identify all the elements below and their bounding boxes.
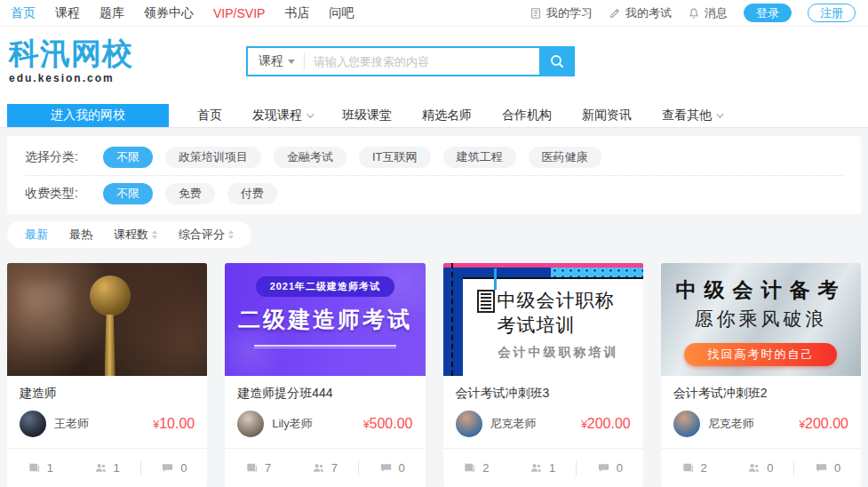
sort-course-count[interactable]: 课程数 <box>114 227 157 243</box>
banner-tag: 2021年二级建造师考试 <box>256 276 394 297</box>
register-button[interactable]: 注册 <box>808 4 856 22</box>
book-icon <box>28 461 41 475</box>
nav-item-news[interactable]: 新闻资讯 <box>582 108 632 124</box>
document-icon <box>530 7 542 20</box>
student-count: 1 <box>509 461 576 475</box>
comment-icon <box>815 461 828 475</box>
banner-slogan-pill: 找回高考时的自己 <box>684 343 837 366</box>
course-title[interactable]: 建造师提分班444 <box>225 376 425 405</box>
course-cover-accounting-prep[interactable]: 中级会计备考 愿你乘风破浪 找回高考时的自己 <box>661 263 861 376</box>
teacher-avatar[interactable] <box>237 411 264 437</box>
lesson-count: 7 <box>225 461 291 475</box>
category-option-unlimited[interactable]: 不限 <box>103 147 153 168</box>
category-option-medical-health[interactable]: 医药健康 <box>529 147 601 168</box>
topbar-link-vip[interactable]: VIP/SVIP <box>213 6 265 20</box>
category-option-construction[interactable]: 建筑工程 <box>443 147 516 168</box>
course-card[interactable]: 中级会计备考 愿你乘风破浪 找回高考时的自己 会计考试冲刺班2 尼克老师 ¥20… <box>661 263 861 487</box>
topbar-link-bookstore[interactable]: 书店 <box>284 5 309 21</box>
my-exam-label: 我的考试 <box>625 5 672 21</box>
nav-item-home[interactable]: 首页 <box>197 108 222 124</box>
book-icon <box>245 461 259 475</box>
login-button[interactable]: 登录 <box>744 4 792 22</box>
teacher-name[interactable]: Lily老师 <box>272 416 363 432</box>
search-button[interactable] <box>539 46 575 76</box>
banner-title: 中级会计备考 <box>661 276 861 304</box>
search-category-dropdown[interactable]: 课程 <box>248 53 304 69</box>
sort-hottest[interactable]: 最热 <box>69 227 92 243</box>
message-link[interactable]: 消息 <box>688 5 728 21</box>
topbar-link-question-bank[interactable]: 题库 <box>100 5 124 21</box>
fee-option-unlimited[interactable]: 不限 <box>103 183 153 204</box>
message-label: 消息 <box>705 5 728 21</box>
course-cover-builder-exam[interactable]: 2021年二级建造师考试 二级建造师考试 <box>225 263 425 376</box>
book-icon <box>681 461 695 475</box>
search-bar: 课程 <box>246 46 575 76</box>
student-count: 0 <box>728 461 794 475</box>
fee-option-free[interactable]: 免费 <box>165 183 215 204</box>
search-input[interactable] <box>305 55 539 68</box>
my-study-label: 我的学习 <box>546 5 593 21</box>
filter-row-category: 选择分类: 不限 政策培训项目 金融考试 IT互联网 建筑工程 医药健康 <box>25 140 843 175</box>
teacher-avatar[interactable] <box>20 411 46 437</box>
category-option-policy-training[interactable]: 政策培训项目 <box>165 147 261 168</box>
topbar-user-area: 我的学习 我的考试 消息 登录 注册 <box>530 4 856 22</box>
teacher-row: 尼克老师 ¥200.00 <box>443 405 643 448</box>
banner-title: 中级会计职称 考试培训 <box>498 288 615 339</box>
course-cover-accounting-title[interactable]: 中级会计职称 考试培训 会计中级职称培训 <box>443 263 643 376</box>
fee-option-paid[interactable]: 付费 <box>227 183 277 204</box>
sort-newest[interactable]: 最新 <box>25 227 48 243</box>
nav-item-partners[interactable]: 合作机构 <box>502 108 552 124</box>
topbar-link-courses[interactable]: 课程 <box>55 5 80 21</box>
banner-subtitle: 会计中级职称培训 <box>498 345 643 361</box>
course-title[interactable]: 会计考试冲刺班3 <box>443 376 643 405</box>
course-price: ¥200.00 <box>799 416 848 432</box>
banner-subtitle: 愿你乘风破浪 <box>661 307 861 331</box>
comment-icon <box>161 461 174 475</box>
nav-item-view-more[interactable]: 查看其他 <box>662 108 721 124</box>
fee-filter-label: 收费类型: <box>25 186 103 202</box>
course-cover-microphone-photo[interactable] <box>7 263 207 376</box>
category-option-it-internet[interactable]: IT互联网 <box>359 147 431 168</box>
sort-arrows-icon <box>152 230 157 239</box>
site-header: 科汛网校 edu.kesion.com 课程 <box>0 27 868 104</box>
bell-icon <box>688 7 700 20</box>
microphone-graphic <box>90 275 131 316</box>
teacher-name[interactable]: 王老师 <box>54 416 154 432</box>
topbar-link-qa[interactable]: 问吧 <box>329 5 354 21</box>
my-exam-link[interactable]: 我的考试 <box>609 5 672 21</box>
sort-bar: 最新 最热 课程数 综合评分 <box>7 221 251 248</box>
comment-count: 0 <box>577 461 643 475</box>
users-icon <box>312 461 325 475</box>
teacher-name[interactable]: 尼克老师 <box>490 416 582 432</box>
users-icon <box>94 461 108 475</box>
chevron-down-icon <box>716 110 723 117</box>
category-option-finance-exam[interactable]: 金融考试 <box>274 147 346 168</box>
teacher-avatar[interactable] <box>673 411 700 437</box>
nav-item-class-room[interactable]: 班级课堂 <box>342 108 392 124</box>
teacher-avatar[interactable] <box>456 411 482 437</box>
site-logo[interactable]: 科汛网校 edu.kesion.com <box>9 37 133 84</box>
teacher-row: 王老师 ¥10.00 <box>7 405 207 448</box>
course-card[interactable]: 建造师 王老师 ¥10.00 1 1 0 <box>7 263 207 487</box>
course-title[interactable]: 建造师 <box>7 376 207 405</box>
course-title[interactable]: 会计考试冲刺班2 <box>661 376 861 405</box>
sort-arrows-icon <box>228 230 234 239</box>
topbar-link-home[interactable]: 首页 <box>11 5 36 21</box>
lesson-count: 2 <box>661 461 728 475</box>
comment-icon <box>379 461 393 475</box>
nav-item-discover-courses[interactable]: 发现课程 <box>252 108 312 124</box>
lesson-count: 1 <box>7 461 74 475</box>
course-card[interactable]: 中级会计职称 考试培训 会计中级职称培训 会计考试冲刺班3 尼克老师 ¥200.… <box>443 263 643 487</box>
teacher-row: Lily老师 ¥500.00 <box>225 405 425 448</box>
enter-my-school-button[interactable]: 进入我的网校 <box>7 104 169 127</box>
course-card[interactable]: 2021年二级建造师考试 二级建造师考试 建造师提分班444 Lily老师 ¥5… <box>225 263 425 487</box>
nav-item-famous-teachers[interactable]: 精选名师 <box>422 108 472 124</box>
teacher-name[interactable]: 尼克老师 <box>708 416 800 432</box>
search-icon <box>549 53 565 69</box>
topbar-link-coupons[interactable]: 领券中心 <box>144 5 194 21</box>
users-icon <box>747 461 760 475</box>
comment-count: 0 <box>141 461 208 475</box>
my-study-link[interactable]: 我的学习 <box>530 5 593 21</box>
sort-rating[interactable]: 综合评分 <box>179 227 234 243</box>
logo-domain: edu.kesion.com <box>9 72 133 84</box>
